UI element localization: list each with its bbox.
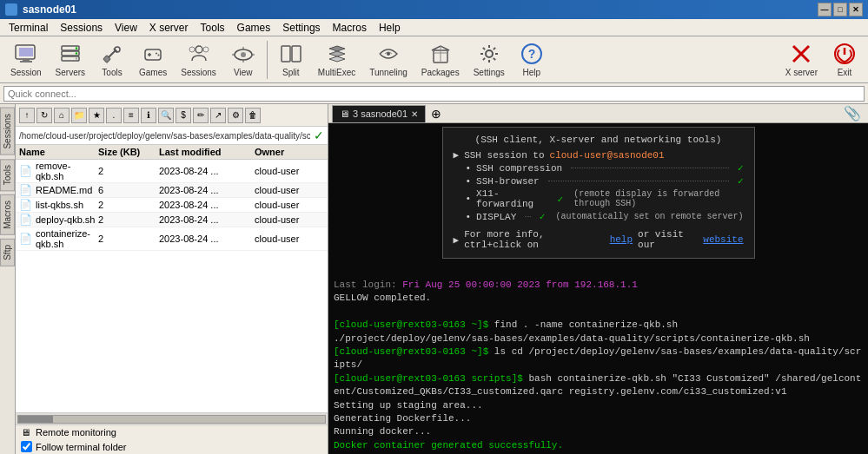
toolbar-separator-1 (267, 41, 268, 79)
file-size-containerize: 2 (98, 234, 159, 244)
terminal-line: Setting up staging area... (334, 399, 863, 412)
file-tool-terminal[interactable]: $ (176, 108, 191, 123)
terminal-line: Generating Dockerfile... (334, 412, 863, 425)
terminal-line: Docker container generated successfully. (334, 439, 863, 452)
file-icon-sh: 📄 (19, 165, 32, 177)
left-sidebar: Sessions Tools Macros Sftp (0, 104, 16, 454)
terminal-line: [cloud-user@rext03-0163 ~]$ ls cd /proje… (334, 345, 863, 372)
toolbar-servers[interactable]: Servers (50, 40, 90, 79)
file-tool-filter[interactable]: ≡ (123, 108, 139, 123)
col-modified[interactable]: Last modified (159, 147, 255, 157)
packages-icon (428, 42, 453, 66)
file-tool-info[interactable]: ℹ (141, 108, 156, 123)
toolbar-session[interactable]: Session (5, 40, 47, 79)
file-modified-readme: 2023-08-24 ... (159, 185, 255, 195)
ssh-website-link[interactable]: website (703, 234, 743, 245)
menu-view[interactable]: View (109, 20, 142, 36)
file-tool-bookmark[interactable]: ★ (89, 108, 104, 123)
terminal-content[interactable]: (SSH client, X-server and networking too… (328, 123, 868, 454)
attachment-icon[interactable]: 📎 (840, 105, 865, 122)
toolbar-tunneling[interactable]: Tunneling (364, 40, 413, 79)
table-row[interactable]: 📄 README.md 6 2023-08-24 ... cloud-user (16, 183, 328, 198)
file-tool-folder[interactable]: 📁 (71, 108, 87, 123)
menu-games[interactable]: Games (232, 20, 276, 36)
file-toolbar: ↑ ↻ ⌂ 📁 ★ . ≡ ℹ 🔍 $ ✏ ↗ ⚙ 🗑 (16, 104, 328, 127)
tunneling-label: Tunneling (369, 68, 407, 77)
toolbar-tools[interactable]: Tools (94, 40, 130, 79)
terminal-tab-close[interactable]: ✕ (411, 109, 418, 119)
follow-folder-checkbox[interactable] (21, 441, 32, 452)
terminal-tab-1[interactable]: 🖥 3 sasnode01 ✕ (332, 105, 426, 122)
file-tool-open[interactable]: ↗ (210, 108, 226, 123)
menu-sessions[interactable]: Sessions (55, 20, 108, 36)
xserver-icon (789, 42, 813, 66)
toolbar-xserver[interactable]: X server (780, 40, 823, 79)
sidebar-sftp-tab[interactable]: Sftp (0, 239, 15, 266)
file-tool-edit[interactable]: ✏ (193, 108, 209, 123)
toolbar-games[interactable]: Games (134, 40, 172, 79)
window-title: sasnode01 (23, 3, 76, 16)
toolbar-help[interactable]: ? Help (514, 40, 550, 79)
file-tool-search[interactable]: 🔍 (158, 108, 174, 123)
col-size[interactable]: Size (KB) (98, 147, 159, 157)
close-button[interactable]: ✕ (849, 3, 863, 16)
toolbar-split[interactable]: Split (273, 40, 309, 79)
menu-xserver[interactable]: X server (144, 20, 194, 36)
file-icon-containerize: 📄 (19, 233, 32, 245)
settings-icon (477, 42, 501, 66)
sidebar-macros-tab[interactable]: Macros (0, 194, 15, 235)
quick-connect-input[interactable] (3, 86, 865, 102)
table-row[interactable]: 📄 remove-qkb.sh 2 2023-08-24 ... cloud-u… (16, 160, 328, 183)
menu-tools[interactable]: Tools (195, 20, 230, 36)
menu-terminal[interactable]: Terminal (3, 20, 53, 36)
ssh-help-link[interactable]: help (610, 234, 633, 245)
ssh-host: cloud-user@sasnode01 (550, 150, 665, 161)
new-tab-button[interactable]: ⊕ (427, 105, 445, 122)
file-name-remove: 📄 remove-qkb.sh (19, 161, 98, 181)
file-tool-delete[interactable]: 🗑 (245, 108, 261, 123)
minimize-button[interactable]: — (818, 3, 832, 16)
toolbar-settings[interactable]: Settings (468, 40, 510, 79)
monitor-icon: 🖥 (21, 427, 30, 438)
svg-point-19 (189, 47, 195, 52)
file-size-list: 2 (98, 200, 159, 210)
menu-macros[interactable]: Macros (328, 20, 372, 36)
file-tool-home[interactable]: ⌂ (54, 108, 70, 123)
toolbar-view[interactable]: View (225, 40, 262, 79)
file-owner-readme: cloud-user (255, 185, 324, 195)
table-row[interactable]: 📄 list-qkbs.sh 2 2023-08-24 ... cloud-us… (16, 198, 328, 213)
app-icon (5, 3, 17, 16)
col-owner[interactable]: Owner (255, 147, 324, 157)
view-label: View (234, 68, 253, 77)
sidebar-tools-tab[interactable]: Tools (0, 159, 15, 191)
file-tool-hidden[interactable]: . (106, 108, 122, 123)
toolbar-sessions[interactable]: Sessions (176, 40, 222, 79)
col-name[interactable]: Name (19, 147, 98, 157)
toolbar-packages[interactable]: Packages (416, 40, 465, 79)
terminal-line: ./project/deploy/gelenv/sas-bases/exampl… (334, 332, 863, 345)
toolbar: Session Servers Tools Games Sessions Vie… (0, 36, 868, 83)
table-row[interactable]: 📄 containerize-qkb.sh 2 2023-08-24 ... c… (16, 227, 328, 251)
ssh-popup-title: (SSH client, X-server and networking too… (454, 135, 744, 145)
remote-monitor[interactable]: 🖥 Remote monitoring (16, 425, 328, 439)
file-name-readme: 📄 README.md (19, 184, 98, 196)
svg-rect-3 (20, 61, 32, 63)
ssh-x11-item: • X11-forwarding ✓ (remote display is fo… (466, 188, 744, 210)
file-tool-refresh[interactable]: ↻ (36, 108, 52, 123)
table-row[interactable]: 📄 deploy-qkb.sh 2 2023-08-24 ... cloud-u… (16, 213, 328, 227)
ssh-browser-item: • SSH-browser ✓ (466, 174, 744, 188)
terminal-line: Last login: Fri Aug 25 00:00:00 2023 fro… (334, 279, 863, 292)
menu-help[interactable]: Help (374, 20, 406, 36)
view-icon (231, 42, 255, 66)
toolbar-multiexec[interactable]: MultiExec (313, 40, 361, 79)
file-tool-properties[interactable]: ⚙ (228, 108, 243, 123)
file-tool-up[interactable]: ↑ (19, 108, 35, 123)
toolbar-exit[interactable]: Exit (826, 40, 863, 79)
file-hscrollbar[interactable] (16, 412, 328, 424)
terminal-line: GELLOW completed. (334, 292, 863, 305)
maximize-button[interactable]: □ (833, 3, 847, 16)
svg-point-7 (76, 47, 77, 49)
svg-point-9 (76, 57, 77, 59)
sidebar-sessions-tab[interactable]: Sessions (0, 108, 15, 155)
menu-settings[interactable]: Settings (277, 20, 325, 36)
